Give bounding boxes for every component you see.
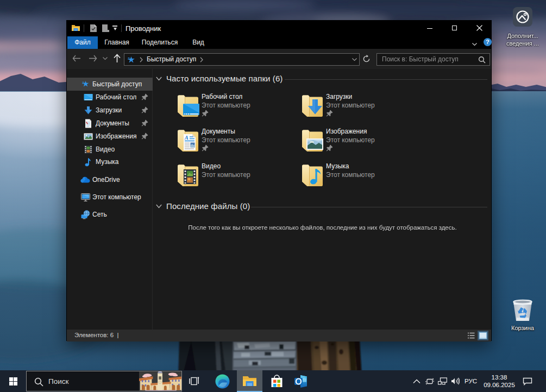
svg-text:A: A	[184, 135, 189, 141]
